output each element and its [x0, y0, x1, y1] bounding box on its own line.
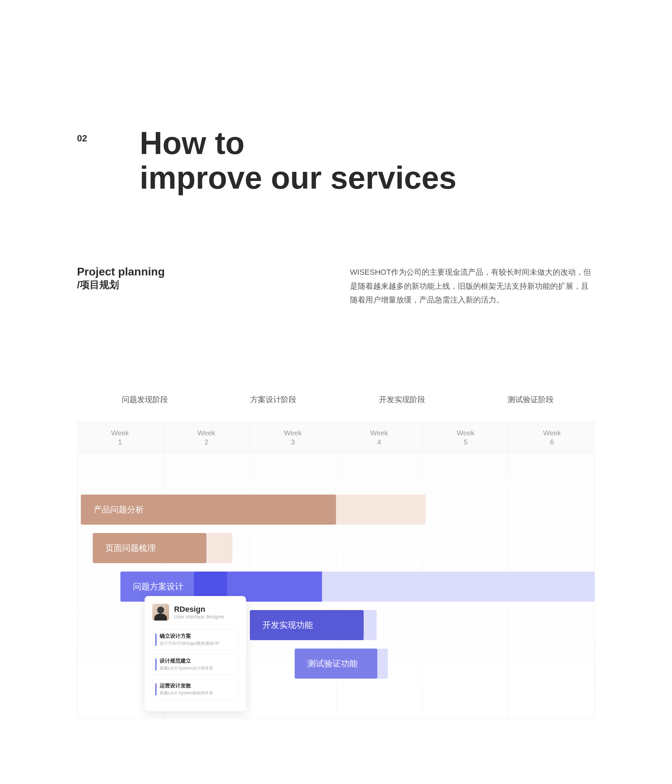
tooltip-item-title: 确立设计方案: [160, 633, 234, 639]
title-line-1: How to: [140, 126, 245, 161]
subtitle-block: Project planning /项目规划: [77, 265, 165, 307]
tooltip-item-desc: 设计方向/字体/logo/颜色/图标/IP: [160, 641, 234, 646]
week-col: Week4: [336, 423, 422, 452]
phase-label: 测试验证阶段: [467, 394, 595, 405]
week-label: Week3: [250, 428, 336, 446]
gantt-bar-segment: [322, 572, 595, 602]
tooltip-item-title: 设计规范建立: [160, 658, 234, 664]
main-title: How to improve our services: [140, 126, 456, 195]
phase-labels-row: 问题发现阶段 方案设计阶段 开发实现阶段 测试验证阶段: [77, 394, 595, 405]
gantt-bar-extension: [364, 610, 376, 640]
tooltip-item-desc: 搭建LeUI System插画组件库: [160, 690, 234, 696]
header-section: 02 How to improve our services: [77, 126, 595, 195]
tooltip-item: 设计规范建立 搭建LeUI System设计组件库: [152, 654, 238, 675]
tooltip-item-desc: 搭建LeUI System设计组件库: [160, 665, 234, 671]
week-label: Week1: [77, 428, 163, 446]
description-text: WISESHOT作为公司的主要现金流产品，有较长时间未做大的改动，但是随着越来越…: [350, 265, 595, 307]
week-col: Week1: [77, 423, 163, 452]
phase-label: 方案设计阶段: [209, 394, 338, 405]
subtitle-en: Project planning: [77, 265, 165, 278]
gantt-bar-product-analysis: 产品问题分析: [81, 495, 336, 525]
project-intro: Project planning /项目规划 WISESHOT作为公司的主要现金…: [77, 265, 595, 307]
gantt-chart: 问题发现阶段 方案设计阶段 开发实现阶段 测试验证阶段 Week1 Week2 …: [77, 394, 595, 719]
tooltip-item-title: 运营设计发散: [160, 683, 234, 689]
title-line-2: improve our services: [140, 160, 456, 195]
tooltip-identity: RDesign User interface designer: [174, 605, 225, 619]
gantt-bars-area: 产品问题分析 页面问题梳理 问题方案设计 开发实现功能 测试验证功能 RDesi…: [77, 453, 595, 719]
phase-label: 开发实现阶段: [338, 394, 467, 405]
gantt-bar-page-review: 页面问题梳理: [93, 533, 207, 563]
gantt-bar-testing: 测试验证功能: [295, 649, 377, 679]
week-col: Week3: [250, 423, 336, 452]
subtitle-zh: /项目规划: [77, 278, 165, 292]
tooltip-header: RDesign User interface designer: [152, 604, 238, 621]
week-label: Week2: [163, 428, 250, 446]
gantt-bar-extension: [377, 649, 388, 679]
phase-label: 问题发现阶段: [81, 394, 209, 405]
tooltip-name: RDesign: [174, 605, 225, 614]
gantt-bar-development: 开发实现功能: [250, 610, 364, 640]
tooltip-card: RDesign User interface designer 确立设计方案 设…: [145, 596, 246, 711]
gantt-bar-extension: [207, 533, 233, 563]
week-label: Week6: [509, 428, 595, 446]
week-label: Week4: [336, 428, 422, 446]
tooltip-role: User interface designer: [174, 614, 225, 619]
week-label: Week5: [422, 428, 509, 446]
tooltip-item: 确立设计方案 设计方向/字体/logo/颜色/图标/IP: [152, 629, 238, 650]
week-col: Week5: [422, 423, 509, 452]
section-number: 02: [77, 133, 87, 144]
tooltip-item: 运营设计发散 搭建LeUI System插画组件库: [152, 679, 238, 700]
week-col: Week2: [163, 423, 250, 452]
week-header-row: Week1 Week2 Week3 Week4 Week5 Week6: [77, 422, 595, 453]
week-col: Week6: [509, 423, 595, 452]
avatar: [152, 604, 169, 621]
gantt-bar-extension: [336, 495, 426, 525]
